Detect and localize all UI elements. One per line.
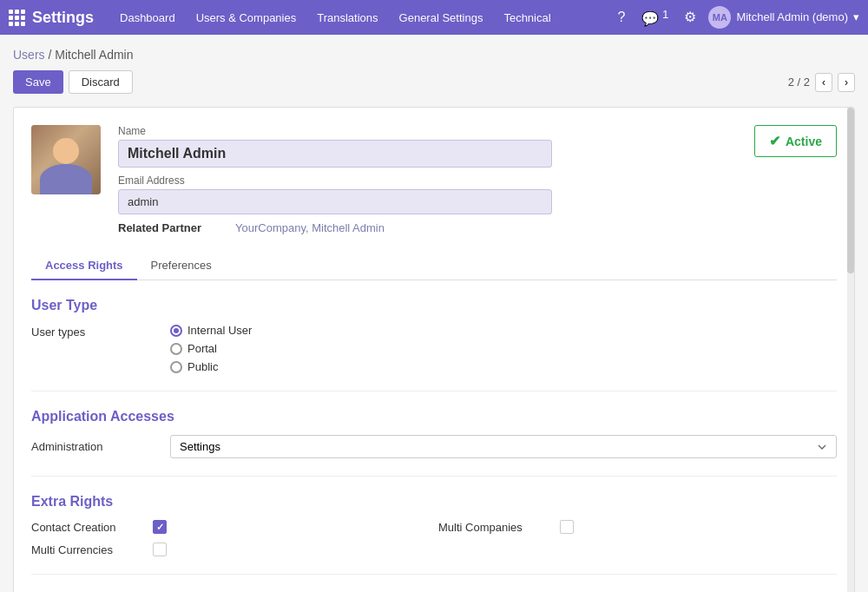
navbar-menu: Dashboard Users & Companies Translations… (111, 6, 615, 30)
pager-text: 2 / 2 (788, 76, 810, 89)
help-icon[interactable]: ? (615, 6, 629, 29)
radio-dot-portal (170, 343, 182, 355)
multi-currencies-label: Multi Currencies (31, 543, 144, 556)
pager-next[interactable]: › (838, 73, 855, 92)
radio-label-portal: Portal (187, 342, 217, 355)
navbar-right: ? 💬 1 ⚙ MA Mitchell Admin (demo) ▾ (615, 4, 859, 30)
user-fields: Name Email Address Related Partner YourC… (118, 125, 837, 234)
email-label: Email Address (118, 174, 837, 187)
divider-3 (31, 574, 837, 575)
pager-prev[interactable]: ‹ (815, 73, 832, 92)
user-types-label: User types (31, 324, 170, 339)
user-photo[interactable] (31, 125, 101, 194)
breadcrumb: Users / Mitchell Admin (13, 48, 855, 62)
nav-users-companies[interactable]: Users & Companies (187, 6, 306, 30)
save-button[interactable]: Save (13, 70, 63, 94)
action-bar: Save Discard 2 / 2 ‹ › (13, 70, 855, 94)
tabs: Access Rights Preferences (31, 252, 837, 280)
extra-rights-section-title: Extra Rights (31, 494, 837, 510)
radio-label-internal: Internal User (187, 324, 252, 337)
navbar: Settings Dashboard Users & Companies Tra… (0, 0, 868, 35)
scrollbar-thumb (847, 108, 854, 273)
radio-group-user-type: Internal User Portal Public (170, 324, 837, 373)
user-types-row: User types Internal User Portal (31, 324, 837, 373)
pager: 2 / 2 ‹ › (788, 73, 855, 92)
breadcrumb-current: Mitchell Admin (55, 48, 133, 62)
multi-currencies-item: Multi Currencies (31, 543, 430, 556)
breadcrumb-parent[interactable]: Users (13, 48, 45, 62)
main-content: Users / Mitchell Admin Save Discard 2 / … (0, 35, 868, 592)
radio-portal[interactable]: Portal (170, 342, 837, 355)
contact-creation-label: Contact Creation (31, 521, 144, 534)
app-title: Settings (32, 9, 94, 27)
multi-companies-checkbox[interactable] (560, 520, 574, 534)
nav-dashboard[interactable]: Dashboard (111, 6, 184, 30)
user-types-options: Internal User Portal Public (170, 324, 837, 373)
email-input[interactable] (118, 189, 552, 214)
extra-rights-grid: Contact Creation Multi Companies Multi C… (31, 520, 837, 556)
messages-icon[interactable]: 💬 1 (638, 4, 673, 30)
empty-col (438, 543, 837, 556)
app-accesses-section-title: Application Accesses (31, 409, 837, 424)
tab-preferences[interactable]: Preferences (137, 252, 226, 280)
multi-currencies-checkbox[interactable] (153, 543, 167, 556)
contact-creation-item: Contact Creation (31, 520, 430, 534)
multi-currencies-checkbox-wrapper (153, 543, 167, 556)
chevron-down-icon: ▾ (853, 10, 859, 23)
scrollbar[interactable] (847, 108, 854, 592)
nav-translations[interactable]: Translations (308, 6, 386, 30)
discard-button[interactable]: Discard (69, 70, 133, 94)
divider-1 (31, 391, 837, 391)
active-label: Active (786, 135, 822, 148)
administration-select[interactable]: Settings Access Rights (170, 435, 837, 458)
activity-icon[interactable]: ⚙ (681, 5, 700, 29)
radio-label-public: Public (187, 360, 218, 373)
nav-general-settings[interactable]: General Settings (391, 6, 492, 30)
active-badge[interactable]: ✔ Active (754, 125, 837, 157)
related-partner-row: Related Partner YourCompany, Mitchell Ad… (118, 221, 837, 234)
radio-internal-user[interactable]: Internal User (170, 324, 837, 337)
nav-technical[interactable]: Technical (495, 6, 559, 30)
user-photo-image (31, 125, 101, 194)
radio-dot-public (170, 361, 182, 373)
user-display-name: Mitchell Admin (demo) (736, 10, 848, 23)
multi-companies-checkbox-wrapper (560, 520, 574, 534)
tab-content-access-rights: User Type User types Internal User Porta… (31, 298, 837, 592)
name-input[interactable] (118, 140, 552, 168)
app-brand[interactable]: Settings (9, 9, 94, 27)
related-partner-label: Related Partner (118, 221, 222, 234)
tab-access-rights[interactable]: Access Rights (31, 252, 137, 280)
user-type-section-title: User Type (31, 298, 837, 313)
multi-companies-label: Multi Companies (438, 521, 551, 534)
radio-dot-internal (170, 325, 182, 337)
user-menu[interactable]: MA Mitchell Admin (demo) ▾ (708, 6, 859, 29)
name-label: Name (118, 125, 837, 137)
related-partner-value[interactable]: YourCompany, Mitchell Admin (235, 221, 385, 234)
active-check-icon: ✔ (769, 133, 780, 149)
multi-companies-item: Multi Companies (438, 520, 837, 534)
avatar: MA (708, 6, 731, 29)
radio-public[interactable]: Public (170, 360, 837, 373)
form-card: Name Email Address Related Partner YourC… (13, 107, 855, 592)
contact-creation-checkbox-wrapper (153, 520, 167, 534)
notification-badge: 1 (662, 8, 668, 21)
action-buttons: Save Discard (13, 70, 133, 94)
grid-icon (9, 10, 25, 26)
administration-row: Administration Settings Access Rights (31, 435, 837, 458)
contact-creation-checkbox[interactable] (153, 520, 167, 534)
administration-label: Administration (31, 440, 170, 453)
divider-2 (31, 476, 837, 477)
administration-select-wrapper: Settings Access Rights (170, 435, 837, 458)
user-header: Name Email Address Related Partner YourC… (31, 125, 837, 234)
